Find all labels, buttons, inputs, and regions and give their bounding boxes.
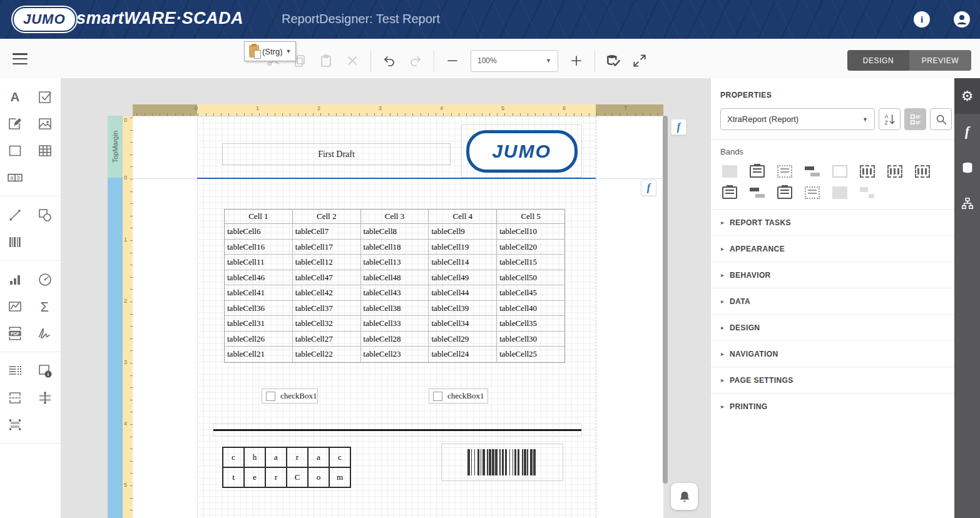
comb-cell[interactable]: o [308, 467, 329, 487]
paste-button[interactable] [318, 53, 334, 69]
band-icon[interactable] [915, 165, 930, 178]
expression-chip-topmargin[interactable]: f [671, 119, 687, 135]
table-cell[interactable]: tableCell47 [293, 270, 361, 286]
shape-tool[interactable] [30, 201, 60, 228]
canvas-vertical-scrollbar[interactable] [663, 116, 668, 484]
checkbox-element-2[interactable]: checkBox1 [429, 388, 488, 404]
pdf-content-tool[interactable]: PDF [0, 320, 30, 347]
table-cell[interactable]: tableCell36 [225, 301, 293, 317]
table-cell[interactable]: tableCell22 [293, 347, 361, 362]
expression-chip-detail[interactable]: f [641, 180, 656, 196]
report-table[interactable]: Cell 1Cell 2Cell 3Cell 4Cell 5tableCell6… [224, 209, 565, 363]
table-of-contents-tool[interactable] [0, 357, 30, 384]
validate-bindings-button[interactable] [605, 53, 621, 69]
band-icon[interactable] [777, 165, 792, 178]
rich-text-tool[interactable] [0, 110, 30, 137]
band-icon[interactable] [750, 186, 765, 199]
section-appearance[interactable]: ▸APPEARANCE [711, 235, 954, 262]
rail-report-explorer-tab[interactable] [954, 185, 980, 221]
table-cell[interactable]: tableCell28 [361, 332, 429, 347]
band-icon[interactable] [805, 165, 820, 178]
report-logo-picture[interactable]: JUMO [461, 124, 582, 178]
cross-band-box-tool[interactable] [0, 411, 30, 438]
band-icon[interactable] [805, 186, 820, 199]
table-cell[interactable]: tableCell19 [429, 240, 497, 255]
table-cell[interactable]: tableCell29 [429, 332, 497, 347]
comb-cell[interactable]: c [329, 447, 350, 467]
table-cell[interactable]: tableCell42 [293, 285, 361, 301]
table-cell[interactable]: tableCell27 [293, 332, 361, 347]
band-icon[interactable] [722, 165, 737, 178]
zoom-out-button[interactable] [444, 53, 461, 69]
table-cell[interactable]: tableCell48 [361, 270, 429, 286]
table-cell[interactable]: tableCell25 [497, 347, 564, 362]
section-data[interactable]: ▸DATA [711, 288, 954, 314]
table-cell[interactable]: tableCell17 [293, 240, 361, 255]
fullscreen-button[interactable] [631, 53, 648, 69]
table-cell[interactable]: tableCell12 [293, 255, 361, 270]
band-icon[interactable] [832, 186, 847, 199]
picture-box-tool[interactable] [30, 110, 60, 137]
section-design[interactable]: ▸DESIGN [711, 314, 954, 340]
report-title-label[interactable]: First Draft [222, 143, 451, 165]
table-cell[interactable]: tableCell8 [361, 224, 429, 240]
undo-button[interactable] [381, 53, 397, 69]
comb-cell[interactable]: a [265, 447, 287, 467]
comb-cell[interactable]: t [223, 467, 244, 487]
comb-cell[interactable]: m [329, 467, 350, 487]
table-cell[interactable]: tableCell10 [497, 224, 564, 240]
page-break-tool[interactable] [0, 384, 30, 411]
checkbox-element-1[interactable]: checkBox1 [262, 388, 318, 404]
design-tab[interactable]: DESIGN [847, 50, 909, 71]
character-comb-tool[interactable]: ab [0, 164, 30, 191]
menu-button[interactable] [13, 53, 28, 64]
band-icon[interactable] [777, 186, 792, 199]
table-cell[interactable]: tableCell23 [361, 347, 429, 362]
barcode-tool[interactable] [0, 228, 30, 255]
table-cell[interactable]: tableCell24 [429, 347, 497, 362]
table-header-cell[interactable]: Cell 3 [361, 210, 429, 224]
info-button[interactable]: i [914, 11, 930, 28]
table-cell[interactable]: tableCell21 [225, 347, 293, 362]
table-cell[interactable]: tableCell46 [225, 270, 293, 286]
comb-cell[interactable]: r [265, 467, 287, 487]
section-page-settings[interactable]: ▸PAGE SETTINGS [711, 367, 954, 393]
table-cell[interactable]: tableCell37 [293, 301, 361, 317]
table-cell[interactable]: tableCell18 [361, 240, 429, 255]
panel-tool[interactable] [0, 137, 30, 164]
table-header-cell[interactable]: Cell 4 [429, 210, 497, 224]
table-cell[interactable]: tableCell11 [225, 255, 293, 270]
cross-band-line-tool[interactable] [30, 384, 60, 411]
table-header-cell[interactable]: Cell 1 [225, 210, 293, 224]
sparkline-tool[interactable] [0, 293, 30, 320]
table-tool[interactable] [30, 137, 60, 164]
paste-options-button[interactable]: (Strg) ▼ [244, 41, 296, 61]
group-view-button[interactable] [904, 108, 926, 130]
table-header-cell[interactable]: Cell 5 [497, 210, 564, 224]
band-icon[interactable] [750, 165, 765, 178]
table-cell[interactable]: tableCell16 [225, 240, 293, 255]
zoom-level-select[interactable]: 100% ▼ [471, 50, 558, 72]
section-printing[interactable]: ▸PRINTING [711, 393, 954, 419]
table-cell[interactable]: tableCell20 [497, 240, 564, 255]
band-icon[interactable] [832, 165, 847, 178]
table-cell[interactable]: tableCell26 [225, 332, 293, 347]
line-tool[interactable] [0, 201, 30, 228]
table-cell[interactable]: tableCell43 [361, 285, 429, 301]
table-cell[interactable]: tableCell6 [225, 224, 293, 240]
table-cell[interactable]: tableCell9 [429, 224, 497, 240]
rail-properties-tab[interactable]: ⚙ [954, 78, 980, 114]
comb-cell[interactable]: e [244, 467, 265, 487]
table-cell[interactable]: tableCell49 [429, 270, 497, 286]
signature-tool[interactable] [30, 320, 60, 347]
table-cell[interactable]: tableCell41 [225, 285, 293, 301]
rail-expressions-tab[interactable]: f [954, 114, 980, 150]
comb-cell[interactable]: a [308, 447, 329, 467]
table-cell[interactable]: tableCell34 [429, 316, 497, 332]
comb-cell[interactable]: C [287, 467, 308, 487]
sort-alphabetical-button[interactable]: A Z [879, 108, 901, 130]
table-cell[interactable]: tableCell45 [497, 285, 564, 301]
element-selector-dropdown[interactable]: XtraReport (Report) ▼ [720, 108, 875, 130]
table-cell[interactable]: tableCell15 [497, 255, 564, 270]
section-behavior[interactable]: ▸BEHAVIOR [711, 262, 954, 288]
